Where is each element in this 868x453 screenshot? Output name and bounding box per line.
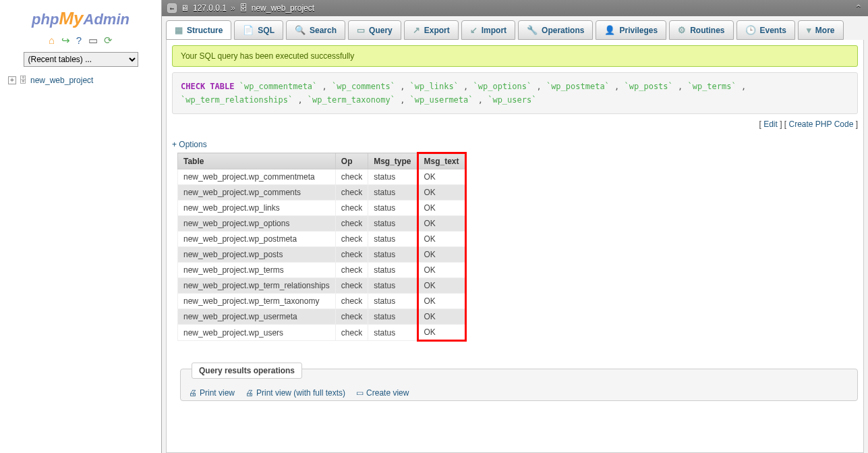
table-cell: check <box>335 325 368 341</box>
options-toggle[interactable]: + Options <box>172 140 858 149</box>
tab-routines[interactable]: ⚙Routines <box>669 20 733 40</box>
create-php-code-link[interactable]: Create PHP Code <box>788 119 853 129</box>
tab-query[interactable]: ▭Query <box>348 20 401 40</box>
privileges-icon: 👤 <box>604 25 615 35</box>
server-icon: 🖥 <box>181 3 189 13</box>
table-cell: status <box>368 294 417 309</box>
column-header[interactable]: Op <box>335 153 368 169</box>
docs-icon[interactable]: ▭ <box>88 34 98 47</box>
tab-label: Search <box>310 26 337 35</box>
query-icon: ▭ <box>357 25 365 35</box>
table-cell: OK <box>417 201 465 216</box>
sql-table-name: `wp_term_taxonomy` <box>308 95 400 105</box>
table-row: new_web_project.wp_usermetacheckstatusOK <box>178 309 466 325</box>
tab-more[interactable]: ▾More <box>798 20 844 40</box>
table-cell: new_web_project.wp_term_taxonomy <box>178 294 336 309</box>
tab-privileges[interactable]: 👤Privileges <box>596 20 666 40</box>
table-cell: status <box>368 278 417 294</box>
sql-table-name: `wp_postmeta` <box>546 82 614 91</box>
table-cell: new_web_project.wp_users <box>178 325 336 341</box>
table-cell: status <box>368 216 417 232</box>
reload-icon[interactable]: ⟳ <box>104 34 113 47</box>
table-cell: check <box>335 185 368 201</box>
column-header[interactable]: Msg_text <box>417 153 465 169</box>
tab-label: Privileges <box>619 26 658 35</box>
table-cell: status <box>368 247 417 263</box>
table-row: new_web_project.wp_commentmetacheckstatu… <box>178 169 466 185</box>
query-results-operations: Query results operations 🖨Print view 🖨Pr… <box>180 369 858 401</box>
table-cell: OK <box>417 185 465 201</box>
server-name[interactable]: 127.0.0.1 <box>193 3 227 13</box>
export-icon: ↗ <box>413 25 420 35</box>
content-area: Your SQL query has been executed success… <box>166 40 864 453</box>
table-cell: OK <box>417 169 465 185</box>
operations-icon: 🔧 <box>527 25 538 35</box>
table-cell: status <box>368 169 417 185</box>
table-row: new_web_project.wp_postscheckstatusOK <box>178 247 466 263</box>
sql-table-name: `wp_comments` <box>332 82 400 91</box>
table-cell: OK <box>417 247 465 263</box>
sidebar-icon-bar: ⌂ ↪ ? ▭ ⟳ <box>5 34 156 47</box>
print-view-link[interactable]: 🖨Print view <box>189 388 235 398</box>
tab-search[interactable]: 🔍Search <box>286 20 345 40</box>
main-panel: ← 🖥 127.0.0.1 » 🗄 new_web_project ⌃ ▦Str… <box>162 0 868 453</box>
table-cell: OK <box>417 294 465 309</box>
table-cell: status <box>368 201 417 216</box>
create-view-link[interactable]: ▭Create view <box>356 388 409 398</box>
table-cell: OK <box>417 263 465 278</box>
table-cell: check <box>335 247 368 263</box>
tab-events[interactable]: 🕒Events <box>736 20 795 40</box>
db-tree-item[interactable]: + 🗄 new_web_project <box>8 75 156 85</box>
sql-table-name: `wp_posts` <box>625 82 678 91</box>
column-header[interactable]: Table <box>178 153 336 169</box>
tab-export[interactable]: ↗Export <box>404 20 459 40</box>
table-cell: status <box>368 185 417 201</box>
tab-sql[interactable]: 📄SQL <box>234 20 283 40</box>
tab-label: Export <box>424 26 450 35</box>
table-cell: OK <box>417 216 465 232</box>
table-row: new_web_project.wp_term_relationshipsche… <box>178 278 466 294</box>
table-cell: check <box>335 216 368 232</box>
table-cell: status <box>368 309 417 325</box>
recent-tables-select[interactable]: (Recent tables) ... <box>24 52 138 67</box>
sql-table-name: `wp_usermeta` <box>410 95 478 105</box>
sidebar: phpMyAdmin ⌂ ↪ ? ▭ ⟳ (Recent tables) ...… <box>0 0 162 453</box>
routines-icon: ⚙ <box>678 25 686 35</box>
sql-table-name: `wp_links` <box>410 82 463 91</box>
nav-back-icon[interactable]: ← <box>167 3 177 13</box>
success-message: Your SQL query has been executed success… <box>172 45 858 67</box>
collapse-icon[interactable]: ⌃ <box>855 3 863 14</box>
table-row: new_web_project.wp_term_taxonomychecksta… <box>178 294 466 309</box>
tab-label: Events <box>760 26 786 35</box>
column-header[interactable]: Msg_type <box>368 153 417 169</box>
print-view-full-link[interactable]: 🖨Print view (with full texts) <box>245 388 345 398</box>
table-cell: new_web_project.wp_commentmeta <box>178 169 336 185</box>
table-cell: OK <box>417 232 465 247</box>
more-icon: ▾ <box>807 25 811 35</box>
sql-table-name: `wp_terms` <box>687 82 741 91</box>
table-cell: OK <box>417 325 465 341</box>
table-cell: status <box>368 325 417 341</box>
table-cell: new_web_project.wp_usermeta <box>178 309 336 325</box>
table-cell: check <box>335 309 368 325</box>
tab-bar: ▦Structure 📄SQL 🔍Search ▭Query ↗Export ↙… <box>162 16 868 40</box>
expand-icon[interactable]: + <box>8 76 16 84</box>
table-cell: OK <box>417 278 465 294</box>
table-row: new_web_project.wp_postmetacheckstatusOK <box>178 232 466 247</box>
home-icon[interactable]: ⌂ <box>49 34 55 46</box>
sql-actions: [ Edit ] [ Create PHP Code ] <box>172 119 858 129</box>
edit-link[interactable]: Edit <box>763 119 778 129</box>
tab-label: Operations <box>542 26 584 35</box>
logout-icon[interactable]: ↪ <box>61 34 70 47</box>
sql-table-name: `wp_options` <box>473 82 537 91</box>
tab-structure[interactable]: ▦Structure <box>166 20 231 40</box>
db-tree: + 🗄 new_web_project <box>5 75 156 85</box>
tab-import[interactable]: ↙Import <box>461 20 515 40</box>
breadcrumb-database[interactable]: new_web_project <box>252 3 314 13</box>
table-cell: status <box>368 232 417 247</box>
tab-operations[interactable]: 🔧Operations <box>518 20 593 40</box>
tab-label: Structure <box>187 26 223 35</box>
help-icon[interactable]: ? <box>76 34 82 46</box>
table-cell: new_web_project.wp_terms <box>178 263 336 278</box>
result-table: TableOpMsg_typeMsg_text new_web_project.… <box>177 152 467 342</box>
